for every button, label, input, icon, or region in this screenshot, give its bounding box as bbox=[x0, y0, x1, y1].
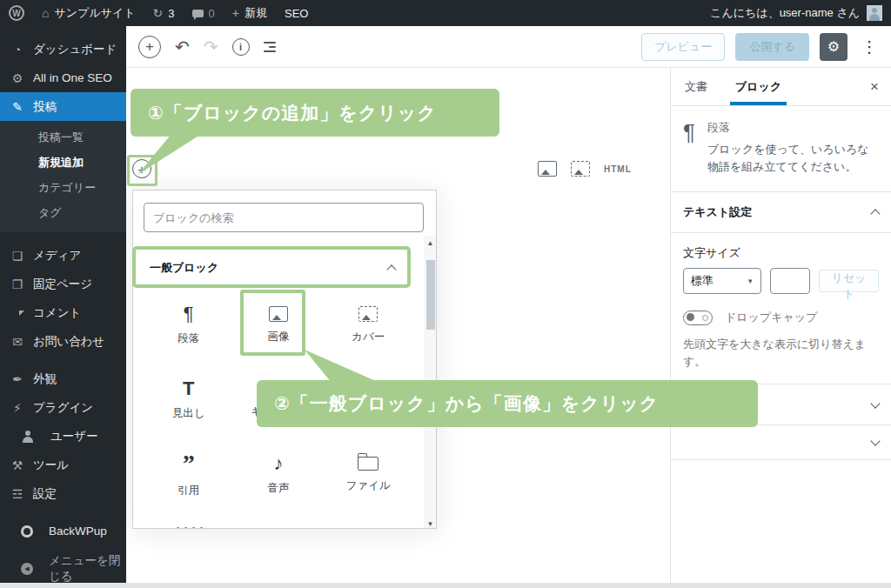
close-icon[interactable]: × bbox=[858, 68, 891, 105]
html-block-shortcut[interactable]: HTML bbox=[604, 164, 632, 174]
sidebar-item-label: ダッシュボード bbox=[33, 42, 117, 57]
submenu-item-post-list[interactable]: 投稿一覧 bbox=[0, 124, 126, 150]
update-icon: ↻ bbox=[153, 7, 164, 19]
tab-block[interactable]: ブロック bbox=[721, 68, 795, 105]
user-avatar[interactable] bbox=[867, 5, 882, 21]
common-blocks-title: 一般ブロック bbox=[150, 260, 218, 276]
block-card-name: 段落 bbox=[707, 120, 873, 136]
sidebar-item-dashboard[interactable]: ◔ ダッシュボード bbox=[0, 35, 126, 63]
bottom-strip bbox=[0, 583, 891, 588]
cover-block-shortcut-icon[interactable] bbox=[571, 161, 590, 177]
home-icon: ⌂ bbox=[42, 7, 49, 19]
block-label: ファイル bbox=[346, 478, 391, 493]
user-greeting[interactable]: こんにちは、user-name さん bbox=[710, 5, 860, 21]
sidebar-item-settings[interactable]: ☲ 設定 bbox=[0, 479, 126, 508]
submenu-item-tags[interactable]: タグ bbox=[0, 200, 126, 225]
backwpup-icon bbox=[21, 525, 33, 538]
block-item-heading[interactable]: T 見出し bbox=[144, 363, 233, 438]
heading-icon: T bbox=[183, 379, 194, 398]
common-blocks-section-header[interactable]: 一般ブロック bbox=[137, 251, 407, 285]
media-icon: ❏ bbox=[10, 250, 24, 262]
sidebar-item-backwpup[interactable]: BackWPup bbox=[0, 517, 126, 545]
block-label: 音声 bbox=[267, 481, 289, 496]
block-item-cover[interactable]: カバー bbox=[324, 288, 413, 363]
block-item-quote[interactable]: ” 引用 bbox=[144, 438, 233, 512]
dropcap-help-text: 先頭文字を大きな表示に切り替えます。 bbox=[683, 336, 879, 370]
block-inserter-popup: 一般ブロック ¶ 段落 画像 カバー T 見出し ギャラリー bbox=[132, 190, 437, 529]
block-item-paragraph[interactable]: ¶ 段落 bbox=[144, 288, 233, 363]
sidebar-item-label: お問い合わせ bbox=[33, 334, 104, 350]
hidden-settings-header[interactable] bbox=[671, 425, 891, 460]
sidebar-item-posts[interactable]: ✎ 投稿 bbox=[0, 92, 126, 121]
dropcap-toggle[interactable] bbox=[683, 311, 713, 325]
sidebar-item-comments[interactable]: コメント bbox=[0, 298, 126, 327]
scrollbar-thumb[interactable] bbox=[426, 260, 435, 330]
text-settings-title: テキスト設定 bbox=[683, 204, 752, 220]
sidebar-item-appearance[interactable]: ✒ 外観 bbox=[0, 364, 126, 393]
tab-document[interactable]: 文書 bbox=[671, 68, 721, 105]
chevron-down-icon bbox=[870, 398, 880, 408]
block-item-audio[interactable]: ♪ 音声 bbox=[233, 438, 323, 512]
submenu-item-categories[interactable]: カテゴリー bbox=[0, 175, 126, 200]
sidebar-item-label: All in One SEO bbox=[33, 71, 112, 84]
block-label: 見出し bbox=[172, 406, 205, 421]
add-block-button[interactable]: + bbox=[138, 36, 161, 58]
block-navigation-icon[interactable] bbox=[264, 42, 276, 52]
annotation-step2: ②「一般ブロック」から「画像」をクリック bbox=[257, 380, 758, 427]
chevron-up-icon bbox=[386, 264, 396, 274]
wrench-icon: ⚒ bbox=[10, 459, 24, 471]
sidebar-item-label: ユーザー bbox=[50, 429, 98, 444]
sidebar-collapse-menu[interactable]: ◀ メニューを閉じる bbox=[0, 554, 126, 583]
updates-count: 3 bbox=[168, 7, 174, 20]
updates-link[interactable]: ↻ 3 bbox=[144, 0, 184, 26]
site-name-link[interactable]: ⌂ サンプルサイト bbox=[33, 0, 144, 26]
publish-button[interactable]: 公開する bbox=[735, 33, 809, 61]
block-label: 段落 bbox=[178, 331, 199, 346]
preview-button[interactable]: プレビュー bbox=[641, 33, 725, 61]
settings-gear-button[interactable]: ⚙ bbox=[820, 33, 847, 61]
cover-icon bbox=[358, 306, 378, 322]
plus-icon: + bbox=[232, 7, 239, 19]
sidebar-item-contact[interactable]: ✉ お問い合わせ bbox=[0, 327, 126, 356]
block-item-file[interactable]: ファイル bbox=[324, 438, 413, 512]
block-card: ¶ 段落 ブロックを使って、いろいろな物語を組み立ててください。 bbox=[671, 106, 891, 192]
folder-icon bbox=[358, 457, 379, 471]
image-block-shortcut-icon[interactable] bbox=[538, 161, 557, 177]
seo-menu[interactable]: SEO bbox=[276, 0, 317, 26]
sidebar-item-label: 投稿 bbox=[33, 99, 57, 115]
sidebar-item-plugins[interactable]: ⚡ プラグイン bbox=[0, 393, 126, 422]
wp-logo-menu[interactable]: W bbox=[0, 0, 33, 26]
more-options-icon[interactable]: ⋮ bbox=[858, 37, 881, 57]
font-size-select[interactable]: 標準 ▼ bbox=[683, 268, 761, 294]
block-label: 画像 bbox=[267, 330, 289, 344]
custom-font-size-input[interactable] bbox=[770, 268, 810, 294]
font-size-value: 標準 bbox=[691, 273, 713, 289]
scroll-down-icon[interactable]: ▼ bbox=[424, 520, 437, 528]
posts-submenu: 投稿一覧 新規追加 カテゴリー タグ bbox=[0, 121, 126, 232]
sidebar-item-pages[interactable]: ❐ 固定ページ bbox=[0, 270, 126, 298]
sidebar-item-media[interactable]: ❏ メディア bbox=[0, 241, 126, 270]
sidebar-item-label: BackWPup bbox=[49, 525, 107, 538]
submenu-item-add-new[interactable]: 新規追加 bbox=[0, 150, 126, 175]
block-card-description: ブロックを使って、いろいろな物語を組み立ててください。 bbox=[707, 141, 873, 176]
editor-toolbar: + ↶ ↷ i プレビュー 公開する ⚙ ⋮ bbox=[126, 26, 891, 68]
redo-icon[interactable]: ↷ bbox=[204, 38, 218, 56]
pages-icon: ❐ bbox=[10, 278, 24, 291]
undo-icon[interactable]: ↶ bbox=[175, 38, 190, 56]
gear-icon: ⚙ bbox=[10, 72, 24, 84]
reset-button[interactable]: リセット bbox=[819, 270, 879, 292]
sidebar-item-tools[interactable]: ⚒ ツール bbox=[0, 451, 126, 479]
info-icon[interactable]: i bbox=[232, 38, 250, 56]
admin-sidebar: ◔ ダッシュボード ⚙ All in One SEO ✎ 投稿 投稿一覧 新規追… bbox=[0, 26, 126, 583]
paragraph-icon: ¶ bbox=[683, 120, 695, 176]
new-content-menu[interactable]: + 新規 bbox=[224, 0, 276, 26]
text-settings-header[interactable]: テキスト設定 bbox=[671, 192, 891, 233]
block-item-image[interactable]: 画像 bbox=[233, 288, 323, 363]
sidebar-item-aioseo[interactable]: ⚙ All in One SEO bbox=[0, 63, 126, 92]
scroll-up-icon[interactable]: ▲ bbox=[424, 239, 437, 247]
text-settings-body: 文字サイズ 標準 ▼ リセット ドロップキャップ 先頭文字を大きな表示に切り替え… bbox=[671, 233, 891, 384]
comments-link[interactable]: 0 bbox=[184, 0, 224, 26]
sidebar-item-label: 固定ページ bbox=[33, 277, 92, 292]
sidebar-item-users[interactable]: ユーザー bbox=[0, 422, 126, 451]
block-search-input[interactable] bbox=[144, 203, 424, 232]
